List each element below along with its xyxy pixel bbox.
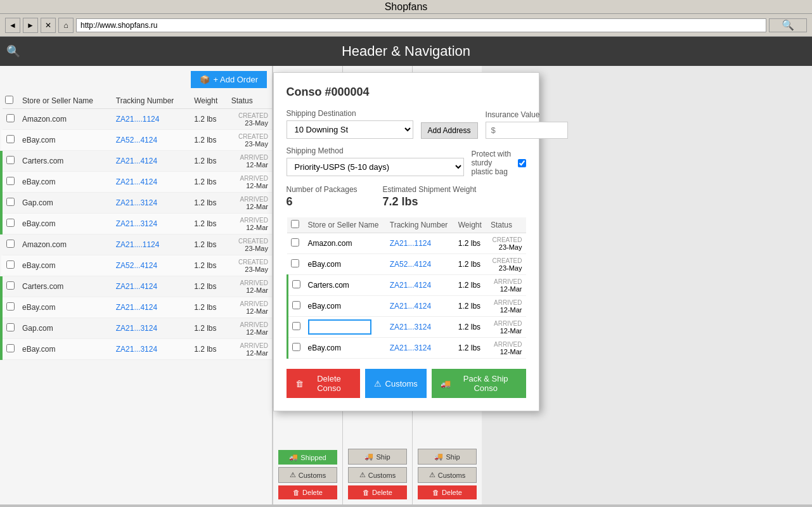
modal-row-checkbox[interactable] [292, 322, 300, 330]
search-icon[interactable]: 🔍 [6, 44, 20, 58]
modal-row-checkbox[interactable] [292, 343, 300, 351]
modal-table-row: Carters.com ZA21...4124 1.2 lbs ARRIVED1… [287, 275, 526, 296]
main-content: 📦 + Add Order Store or Seller Name Track… [0, 66, 812, 504]
modal-weight: 1.2 lbs [454, 254, 487, 275]
header-title: Header & Navigation [342, 43, 470, 59]
modal-status: ARRIVED12-Mar [487, 317, 526, 338]
modal-tracking[interactable]: ZA21...4124 [386, 275, 454, 296]
modal-status: ARRIVED12-Mar [487, 275, 526, 296]
modal-col-status: Status [487, 217, 526, 233]
browser-search-box: 🔍 [769, 18, 807, 32]
modal-table-row: ZA21...3124 1.2 lbs ARRIVED12-Mar [287, 317, 526, 338]
modal-status: ARRIVED12-Mar [487, 296, 526, 317]
modal-tracking[interactable]: ZA21...1124 [386, 233, 454, 254]
modal-store-name: eBay.com [304, 254, 386, 275]
insurance-input[interactable] [486, 122, 568, 139]
add-address-button[interactable]: Add Address [421, 122, 478, 139]
protect-checkbox[interactable] [518, 159, 526, 167]
conso-modal: Conso #000004 Shipping Destination 10 Do… [273, 72, 539, 411]
customs-icon: ⚠ [374, 379, 382, 388]
modal-store-name: eBay.com [304, 338, 386, 359]
modal-col-store: Store or Seller Name [304, 217, 386, 233]
modal-table-row: eBay.com ZA52...4124 1.2 lbs CREATED23-M… [287, 254, 526, 275]
url-input[interactable] [76, 18, 766, 32]
est-weight-value: 7.2 lbs [383, 195, 477, 209]
back-button[interactable]: ◄ [5, 18, 20, 33]
browser-toolbar: ◄ ► ✕ ⌂ 🔍 [0, 14, 812, 37]
modal-weight: 1.2 lbs [454, 317, 487, 338]
browser-search-icon: 🔍 [782, 19, 794, 31]
modal-table-row: eBay.com ZA21...3124 1.2 lbs ARRIVED12-M… [287, 338, 526, 359]
insurance-value-label: Insurance Value [486, 110, 568, 119]
num-packages-label: Number of Packages [287, 185, 358, 194]
customs-label: Customs [385, 379, 418, 388]
modal-orders-table: Store or Seller Name Tracking Number Wei… [287, 217, 526, 359]
home-button[interactable]: ⌂ [58, 18, 74, 33]
app-header: 🔍 Header & Navigation [0, 37, 812, 66]
customs-button[interactable]: ⚠ Customs [365, 369, 427, 398]
modal-col-tracking: Tracking Number [386, 217, 454, 233]
modal-status: ARRIVED12-Mar [487, 338, 526, 359]
modal-row-checkbox[interactable] [291, 238, 299, 247]
pack-label: Pack & Ship Conso [454, 374, 517, 393]
modal-overlay: Conso #000004 Shipping Destination 10 Do… [0, 66, 812, 504]
modal-tracking[interactable]: ZA21...3124 [386, 317, 454, 338]
modal-weight: 1.2 lbs [454, 275, 487, 296]
forward-button[interactable]: ► [23, 18, 38, 33]
delete-label: Delete Conso [307, 374, 351, 393]
shipping-destination-select[interactable]: 10 Downing St [287, 120, 413, 139]
pack-ship-button[interactable]: 🚚 Pack & Ship Conso [432, 369, 526, 398]
est-weight-label: Estimated Shipment Weight [383, 185, 477, 194]
modal-store-name: Carters.com [304, 275, 386, 296]
browser-title-bar: Shopfans [0, 0, 812, 14]
modal-table-row: Amazon.com ZA21...1124 1.2 lbs CREATED23… [287, 233, 526, 254]
modal-row-checkbox[interactable] [292, 301, 300, 309]
modal-store-name [304, 317, 386, 338]
num-packages-value: 6 [287, 195, 358, 209]
modal-store-name: eBay.com [304, 296, 386, 317]
modal-store-name: Amazon.com [304, 233, 386, 254]
shipping-method-label: Shipping Method [287, 146, 464, 155]
modal-select-all[interactable] [291, 220, 299, 228]
shipping-method-select[interactable]: Priority-USPS (5-10 days) [287, 158, 464, 176]
editing-input[interactable] [308, 319, 371, 335]
protect-label: Protect with sturdy plastic bag [472, 150, 514, 176]
modal-table-row: eBay.com ZA21...4124 1.2 lbs ARRIVED12-M… [287, 296, 526, 317]
modal-row-checkbox[interactable] [291, 259, 299, 267]
pack-icon: 🚚 [441, 379, 451, 388]
modal-status: CREATED23-May [487, 233, 526, 254]
modal-tracking[interactable]: ZA52...4124 [386, 254, 454, 275]
modal-col-weight: Weight [454, 217, 487, 233]
browser-title: Shopfans [385, 1, 428, 13]
modal-status: CREATED23-May [487, 254, 526, 275]
delete-conso-button[interactable]: 🗑 Delete Conso [287, 369, 360, 398]
modal-footer: 🗑 Delete Conso ⚠ Customs 🚚 Pack & Ship C… [287, 369, 526, 398]
modal-row-checkbox[interactable] [292, 280, 300, 288]
shipping-destination-label: Shipping Destination [287, 109, 413, 118]
trash-icon: 🗑 [295, 379, 304, 388]
close-button[interactable]: ✕ [41, 18, 56, 33]
modal-weight: 1.2 lbs [454, 233, 487, 254]
modal-tracking[interactable]: ZA21...4124 [386, 296, 454, 317]
modal-tracking[interactable]: ZA21...3124 [386, 338, 454, 359]
modal-weight: 1.2 lbs [454, 338, 487, 359]
modal-weight: 1.2 lbs [454, 296, 487, 317]
modal-title: Conso #000004 [287, 86, 526, 99]
